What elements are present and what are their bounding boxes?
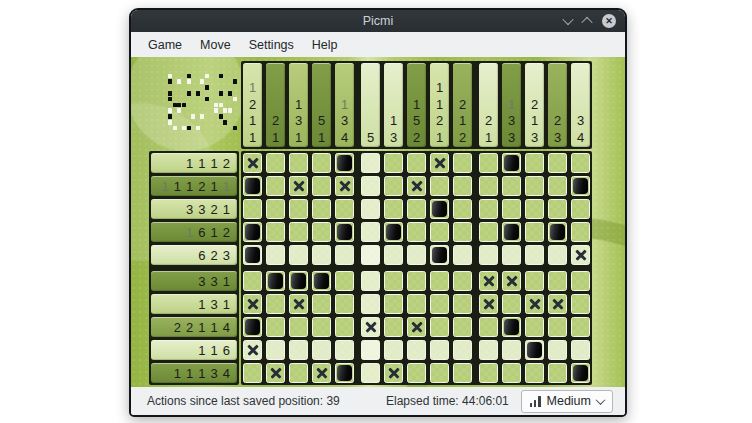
cell-r3-c6[interactable] (361, 199, 380, 219)
cell-r8-c11[interactable] (479, 317, 498, 337)
cell-r1-c8[interactable] (407, 153, 426, 173)
cell-r9-c15[interactable] (571, 340, 590, 360)
cell-r10-c15[interactable] (571, 363, 590, 383)
cell-r10-c3[interactable] (289, 363, 308, 383)
cell-r2-c15[interactable] (571, 176, 590, 196)
cell-r6-c15[interactable] (571, 271, 590, 291)
difficulty-dropdown[interactable]: Medium (521, 390, 613, 413)
cell-r3-c14[interactable] (548, 199, 567, 219)
cell-r6-c13[interactable] (525, 271, 544, 291)
cell-r4-c9[interactable] (430, 222, 449, 242)
cell-r5-c13[interactable] (525, 245, 544, 265)
cell-r10-c9[interactable] (430, 363, 449, 383)
cell-r9-c10[interactable] (453, 340, 472, 360)
cell-r4-c5[interactable] (335, 222, 354, 242)
cell-r2-c14[interactable] (548, 176, 567, 196)
cell-r8-c7[interactable] (384, 317, 403, 337)
cell-r8-c4[interactable] (312, 317, 331, 337)
cell-r10-c13[interactable] (525, 363, 544, 383)
cell-r9-c4[interactable] (312, 340, 331, 360)
cell-r10-c14[interactable] (548, 363, 567, 383)
cell-r3-c3[interactable] (289, 199, 308, 219)
cell-r6-c1[interactable] (243, 271, 262, 291)
cell-r7-c15[interactable] (571, 294, 590, 314)
cell-r9-c9[interactable] (430, 340, 449, 360)
cell-r4-c7[interactable] (384, 222, 403, 242)
cell-r2-c2[interactable] (266, 176, 285, 196)
cell-r2-c4[interactable] (312, 176, 331, 196)
cell-r5-c3[interactable] (289, 245, 308, 265)
cell-r1-c3[interactable] (289, 153, 308, 173)
cell-r10-c12[interactable] (502, 363, 521, 383)
cell-r6-c3[interactable] (289, 271, 308, 291)
cell-r9-c7[interactable] (384, 340, 403, 360)
cell-r2-c5[interactable] (335, 176, 354, 196)
cell-r1-c2[interactable] (266, 153, 285, 173)
cell-r7-c2[interactable] (266, 294, 285, 314)
cell-r6-c6[interactable] (361, 271, 380, 291)
cell-r3-c2[interactable] (266, 199, 285, 219)
cell-r10-c1[interactable] (243, 363, 262, 383)
cell-r7-c11[interactable] (479, 294, 498, 314)
menu-item-game[interactable]: Game (139, 34, 191, 56)
cell-r10-c8[interactable] (407, 363, 426, 383)
cell-r5-c1[interactable] (243, 245, 262, 265)
cell-r8-c15[interactable] (571, 317, 590, 337)
cell-r2-c9[interactable] (430, 176, 449, 196)
cell-r4-c6[interactable] (361, 222, 380, 242)
cell-r5-c14[interactable] (548, 245, 567, 265)
cell-r7-c14[interactable] (548, 294, 567, 314)
cell-r1-c14[interactable] (548, 153, 567, 173)
cell-r7-c6[interactable] (361, 294, 380, 314)
cell-r9-c1[interactable] (243, 340, 262, 360)
cell-r2-c7[interactable] (384, 176, 403, 196)
cell-r6-c2[interactable] (266, 271, 285, 291)
cell-r5-c2[interactable] (266, 245, 285, 265)
cell-r9-c5[interactable] (335, 340, 354, 360)
cell-r3-c4[interactable] (312, 199, 331, 219)
cell-r5-c8[interactable] (407, 245, 426, 265)
cell-r8-c1[interactable] (243, 317, 262, 337)
cell-r6-c7[interactable] (384, 271, 403, 291)
cell-r4-c8[interactable] (407, 222, 426, 242)
cell-r2-c3[interactable] (289, 176, 308, 196)
cell-r2-c1[interactable] (243, 176, 262, 196)
cell-r4-c11[interactable] (479, 222, 498, 242)
cell-r7-c3[interactable] (289, 294, 308, 314)
cell-r4-c4[interactable] (312, 222, 331, 242)
cell-r8-c14[interactable] (548, 317, 567, 337)
cell-r2-c8[interactable] (407, 176, 426, 196)
cell-r1-c1[interactable] (243, 153, 262, 173)
cell-r7-c1[interactable] (243, 294, 262, 314)
cell-r1-c10[interactable] (453, 153, 472, 173)
cell-r6-c8[interactable] (407, 271, 426, 291)
cell-r8-c8[interactable] (407, 317, 426, 337)
cell-r10-c11[interactable] (479, 363, 498, 383)
cell-r10-c5[interactable] (335, 363, 354, 383)
cell-r9-c12[interactable] (502, 340, 521, 360)
cell-r2-c10[interactable] (453, 176, 472, 196)
cell-r3-c5[interactable] (335, 199, 354, 219)
cell-r6-c4[interactable] (312, 271, 331, 291)
cell-r5-c5[interactable] (335, 245, 354, 265)
cell-r8-c13[interactable] (525, 317, 544, 337)
cell-r2-c12[interactable] (502, 176, 521, 196)
menu-item-move[interactable]: Move (191, 34, 240, 56)
cell-r4-c1[interactable] (243, 222, 262, 242)
cell-r5-c6[interactable] (361, 245, 380, 265)
menu-item-help[interactable]: Help (303, 34, 347, 56)
cell-r8-c9[interactable] (430, 317, 449, 337)
cell-r9-c11[interactable] (479, 340, 498, 360)
cell-r5-c12[interactable] (502, 245, 521, 265)
cell-r8-c5[interactable] (335, 317, 354, 337)
cell-r4-c3[interactable] (289, 222, 308, 242)
menu-item-settings[interactable]: Settings (240, 34, 303, 56)
cell-r7-c8[interactable] (407, 294, 426, 314)
cell-r5-c4[interactable] (312, 245, 331, 265)
cell-r6-c10[interactable] (453, 271, 472, 291)
cell-r1-c5[interactable] (335, 153, 354, 173)
cell-r2-c13[interactable] (525, 176, 544, 196)
cell-r8-c6[interactable] (361, 317, 380, 337)
cell-r6-c11[interactable] (479, 271, 498, 291)
cell-r3-c8[interactable] (407, 199, 426, 219)
